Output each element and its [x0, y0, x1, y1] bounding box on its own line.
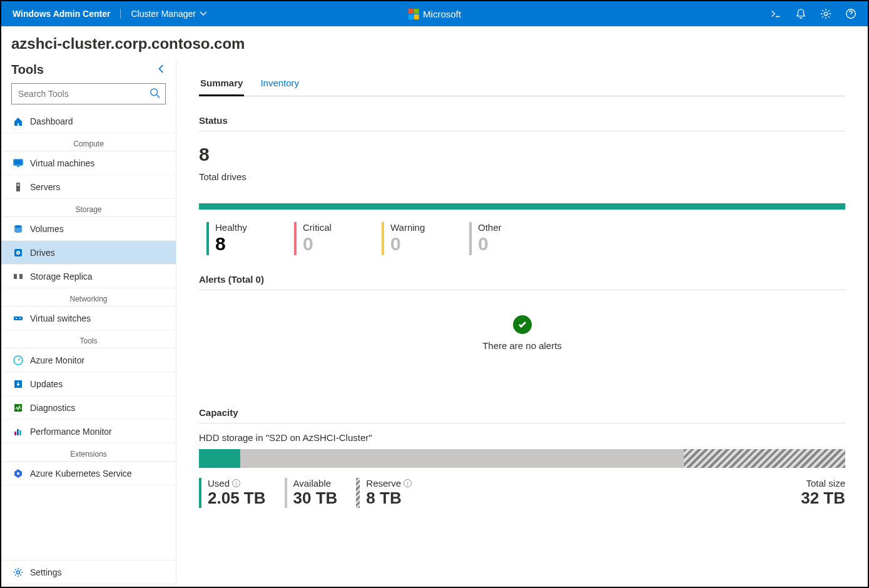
sidebar-item-label: Settings	[30, 567, 62, 577]
sidebar-item-label: Servers	[30, 182, 60, 192]
brand-label: Windows Admin Center	[13, 9, 121, 19]
sidebar-item-aks[interactable]: Azure Kubernetes Service	[1, 462, 176, 485]
sidebar-item-label: Azure Monitor	[30, 355, 84, 365]
svg-point-11	[18, 252, 19, 253]
svg-point-2	[151, 89, 158, 96]
sidebar-item-vms[interactable]: Virtual machines	[1, 151, 176, 175]
sidebar-item-diagnostics[interactable]: Diagnostics	[1, 396, 176, 420]
cloud-shell-button[interactable]	[770, 8, 781, 19]
sidebar-item-azure-monitor[interactable]: Azure Monitor	[1, 348, 176, 372]
capacity-section: Capacity HDD storage in "S2D on AzSHCI-C…	[199, 407, 845, 508]
sidebar-item-vswitches[interactable]: Virtual switches	[1, 307, 176, 330]
capacity-label: Used	[208, 478, 230, 489]
total-drives-label: Total drives	[199, 171, 845, 182]
sidebar-collapse-button[interactable]	[157, 64, 166, 76]
stat-warning: Warning 0	[374, 222, 462, 255]
sidebar-item-label: Volumes	[30, 224, 64, 234]
sidebar-group-compute: Compute	[1, 137, 176, 151]
cluster-title: azshci-cluster.corp.contoso.com	[1, 26, 868, 60]
capacity-label: Available	[293, 478, 332, 489]
sidebar-item-label: Storage Replica	[30, 271, 93, 281]
sidebar-item-servers[interactable]: Servers	[1, 175, 176, 199]
svg-point-0	[824, 12, 827, 15]
help-button[interactable]	[845, 8, 856, 19]
svg-rect-20	[19, 430, 21, 435]
stat-healthy: Healthy 8	[199, 222, 287, 255]
info-icon[interactable]: i	[232, 479, 240, 487]
svg-rect-6	[17, 184, 19, 185]
sidebar-item-dashboard[interactable]: Dashboard	[1, 109, 176, 133]
sidebar-item-label: Drives	[30, 248, 55, 258]
sidebar: Tools Dashboard Compute Virtual machines	[1, 60, 176, 584]
svg-rect-14	[14, 317, 23, 320]
sidebar-item-storage-replica[interactable]: Storage Replica	[1, 265, 176, 288]
settings-button[interactable]	[820, 8, 831, 19]
status-section: Status 8 Total drives Healthy 8 Critical…	[199, 115, 845, 255]
stat-other: Other 0	[462, 222, 549, 255]
sidebar-item-label: Updates	[30, 379, 63, 389]
sidebar-item-updates[interactable]: Updates	[1, 372, 176, 396]
alerts-heading: Alerts (Total 0)	[199, 274, 845, 290]
info-icon[interactable]: i	[404, 479, 412, 487]
chevron-left-icon	[157, 64, 166, 73]
search-tools	[11, 83, 166, 104]
search-input[interactable]	[11, 83, 166, 104]
sidebar-group-extensions: Extensions	[1, 447, 176, 462]
capacity-reserve: Reservei 8 TB	[356, 478, 412, 508]
monitor-dial-icon	[13, 355, 24, 366]
stat-critical: Critical 0	[287, 222, 374, 255]
stat-label: Critical	[303, 222, 374, 233]
microsoft-logo-icon	[408, 8, 419, 19]
capacity-description: HDD storage in "S2D on AzSHCI-Cluster"	[199, 432, 845, 443]
tab-inventory[interactable]: Inventory	[259, 74, 300, 96]
sidebar-group-networking: Networking	[1, 292, 176, 307]
capacity-heading: Capacity	[199, 407, 845, 423]
capacity-available: Available 30 TB	[285, 478, 338, 508]
sidebar-item-volumes[interactable]: Volumes	[1, 217, 176, 241]
updates-icon	[13, 378, 24, 390]
svg-rect-19	[17, 429, 19, 435]
status-bar	[199, 203, 845, 210]
stat-value: 0	[390, 233, 462, 255]
diagnostics-icon	[13, 402, 24, 413]
stat-value: 0	[303, 233, 374, 255]
alerts-section: Alerts (Total 0) There are no alerts	[199, 274, 845, 388]
svg-rect-13	[19, 274, 23, 279]
drive-icon	[13, 247, 24, 258]
gear-icon	[13, 567, 24, 578]
sidebar-item-perfmon[interactable]: Performance Monitor	[1, 420, 176, 444]
stat-label: Other	[478, 222, 549, 233]
sidebar-item-settings[interactable]: Settings	[1, 560, 176, 584]
svg-rect-18	[14, 432, 16, 435]
alerts-empty-message: There are no alerts	[199, 340, 845, 351]
sidebar-item-label: Performance Monitor	[30, 427, 112, 437]
replica-icon	[13, 271, 24, 282]
search-icon[interactable]	[150, 88, 161, 101]
top-bar: Windows Admin Center Cluster Manager Mic…	[1, 1, 868, 26]
kubernetes-icon	[13, 468, 24, 479]
capacity-bar	[199, 449, 845, 468]
context-switcher[interactable]: Cluster Manager	[121, 9, 207, 19]
svg-rect-4	[14, 160, 22, 165]
svg-point-23	[17, 570, 20, 574]
sidebar-group-storage: Storage	[1, 203, 176, 217]
monitor-icon	[13, 158, 24, 169]
stat-value: 0	[478, 233, 549, 255]
capacity-value: 8 TB	[366, 489, 412, 508]
check-circle-icon	[513, 315, 532, 334]
capacity-label: Reserve	[366, 478, 401, 489]
sidebar-item-label: Virtual machines	[30, 158, 94, 168]
svg-rect-7	[17, 185, 19, 186]
sidebar-item-label: Virtual switches	[30, 313, 91, 323]
home-icon	[13, 116, 24, 127]
ms-brand-center: Microsoft	[408, 8, 461, 19]
server-icon	[13, 181, 24, 193]
stat-label: Healthy	[215, 222, 287, 233]
capacity-bar-used	[199, 449, 240, 468]
notifications-button[interactable]	[795, 8, 806, 19]
sidebar-item-drives[interactable]: Drives	[1, 241, 176, 265]
tab-summary[interactable]: Summary	[199, 74, 244, 96]
capacity-total: Total size 32 TB	[801, 478, 845, 508]
main-content: Summary Inventory Status 8 Total drives …	[176, 60, 868, 584]
ms-brand-text: Microsoft	[423, 9, 461, 19]
